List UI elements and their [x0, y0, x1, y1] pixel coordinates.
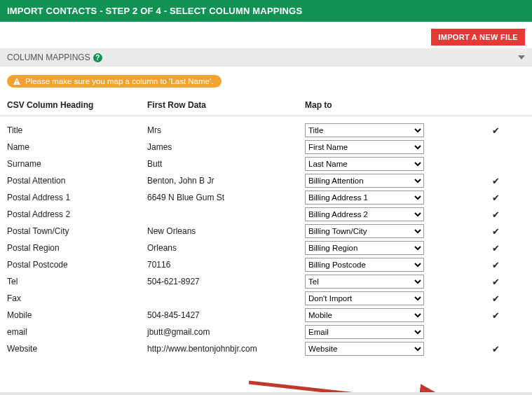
map-to-select[interactable]: Email	[305, 325, 424, 339]
csv-heading: Postal Address 2	[7, 209, 147, 219]
map-to-select[interactable]: First Name	[305, 140, 424, 154]
warning-icon	[13, 77, 21, 85]
check-icon: ✔	[492, 193, 500, 203]
table-header: CSV Column Heading First Row Data Map to	[0, 100, 532, 116]
csv-heading: Mobile	[7, 310, 147, 320]
warning-text: Please make sure you map a column to 'La…	[25, 77, 213, 85]
col-status	[466, 100, 525, 110]
map-to-select[interactable]: Billing Region	[305, 241, 424, 255]
mapping-row: Postal RegionOrleansBilling Region✔	[7, 240, 525, 256]
csv-heading: Website	[7, 344, 147, 354]
check-icon: ✔	[492, 176, 500, 186]
check-icon: ✔	[492, 293, 500, 304]
mapping-row: Postal Address 2Billing Address 2✔	[7, 206, 525, 223]
csv-heading: Postal Postcode	[7, 260, 147, 270]
mapping-row: FaxDon't Import✔	[7, 290, 525, 307]
check-icon: ✔	[492, 226, 500, 237]
map-to-select[interactable]: Last Name	[305, 157, 424, 171]
map-to-cell: Billing Address 1	[305, 190, 466, 205]
check-icon: ✔	[492, 260, 500, 270]
section-label: COLUMN MAPPINGS	[7, 53, 90, 62]
csv-heading: Tel	[7, 277, 147, 286]
map-to-cell: Title	[305, 123, 466, 137]
mapping-row: Tel504-621-8927Tel✔	[7, 273, 525, 290]
csv-heading: Postal Town/City	[7, 226, 147, 236]
status-check: ✔	[466, 193, 525, 203]
svg-rect-2	[16, 83, 17, 84]
map-to-cell: Billing Town/City	[305, 224, 466, 238]
col-csv-heading: CSV Column Heading	[7, 100, 147, 110]
map-to-cell: Tel	[305, 275, 466, 289]
csv-heading: Name	[7, 142, 147, 152]
first-row-value: http://www.bentonjohnbjr.com	[147, 344, 305, 354]
map-to-cell: Billing Region	[305, 241, 466, 255]
map-to-cell: Email	[305, 325, 466, 339]
check-icon: ✔	[492, 243, 500, 254]
csv-heading: email	[7, 327, 147, 337]
status-check: ✔	[466, 243, 525, 254]
status-check: ✔	[466, 176, 525, 186]
map-to-select[interactable]: Billing Address 1	[305, 190, 424, 205]
csv-heading: Postal Region	[7, 243, 147, 253]
map-to-cell: Billing Address 2	[305, 207, 466, 221]
map-to-select[interactable]: Title	[305, 123, 424, 137]
column-mappings-header[interactable]: COLUMN MAPPINGS ?	[0, 48, 532, 67]
status-check: ✔	[466, 344, 525, 354]
col-map-to: Map to	[305, 100, 466, 110]
status-check: ✔	[466, 226, 525, 237]
map-to-select[interactable]: Billing Address 2	[305, 207, 424, 221]
map-to-cell: Last Name	[305, 157, 466, 171]
csv-heading: Title	[7, 125, 147, 135]
first-row-value: 504-845-1427	[147, 310, 305, 320]
mapping-row: SurnameButtLast Name	[7, 155, 525, 172]
map-to-select[interactable]: Billing Town/City	[305, 224, 424, 238]
map-to-cell: Billing Attention	[305, 174, 466, 188]
import-new-file-button[interactable]: IMPORT A NEW FILE	[431, 29, 525, 46]
check-icon: ✔	[492, 125, 500, 136]
first-row-value: Orleans	[147, 243, 305, 253]
help-icon[interactable]: ?	[93, 53, 102, 62]
mapping-row: Postal AttentionBenton, John B JrBilling…	[7, 172, 525, 189]
mapping-row: Postal Address 16649 N Blue Gum StBillin…	[7, 189, 525, 206]
check-icon: ✔	[492, 277, 500, 287]
first-row-value: Butt	[147, 159, 305, 169]
map-to-select[interactable]: Billing Attention	[305, 174, 424, 188]
page-title-bar: IMPORT CONTACTS - STEP 2 OF 4 - SELECT C…	[0, 0, 532, 22]
col-first-row: First Row Data	[147, 100, 305, 110]
mapping-row: emailjbutt@gmail.comEmail	[7, 324, 525, 340]
map-to-select[interactable]: Billing Postcode	[305, 258, 424, 272]
mapping-row: NameJamesFirst Name	[7, 139, 525, 155]
first-row-value: 504-621-8927	[147, 277, 305, 286]
first-row-value: Benton, John B Jr	[147, 176, 305, 186]
status-check: ✔	[466, 310, 525, 321]
map-to-cell: Mobile	[305, 308, 466, 322]
map-to-select[interactable]: Website	[305, 342, 424, 356]
check-icon: ✔	[492, 310, 500, 321]
status-check: ✔	[466, 277, 525, 287]
svg-rect-1	[16, 80, 17, 83]
top-actions: IMPORT A NEW FILE	[0, 22, 532, 48]
status-check: ✔	[466, 125, 525, 136]
map-to-select[interactable]: Mobile	[305, 308, 424, 322]
map-to-cell: First Name	[305, 140, 466, 154]
mapping-rows: TitleMrsTitle✔NameJamesFirst NameSurname…	[0, 122, 532, 357]
footer-bar: SAVE AND CONTINUE	[0, 392, 532, 395]
mapping-row: Postal Postcode70116Billing Postcode✔	[7, 256, 525, 273]
warning-pill: Please make sure you map a column to 'La…	[7, 75, 221, 88]
map-to-select[interactable]: Tel	[305, 275, 424, 289]
map-to-cell: Don't Import	[305, 291, 466, 305]
mapping-row: Websitehttp://www.bentonjohnbjr.comWebsi…	[7, 340, 525, 357]
csv-heading: Postal Attention	[7, 176, 147, 186]
first-row-value: James	[147, 142, 305, 152]
map-to-cell: Website	[305, 342, 466, 356]
first-row-value: New Orleans	[147, 226, 305, 236]
map-to-cell: Billing Postcode	[305, 258, 466, 272]
csv-heading: Fax	[7, 293, 147, 303]
status-check: ✔	[466, 293, 525, 304]
first-row-value: jbutt@gmail.com	[147, 327, 305, 337]
mapping-row: Mobile504-845-1427Mobile✔	[7, 307, 525, 324]
map-to-select[interactable]: Don't Import	[305, 291, 424, 305]
csv-heading: Postal Address 1	[7, 193, 147, 202]
check-icon: ✔	[492, 209, 500, 220]
mapping-row: TitleMrsTitle✔	[7, 122, 525, 139]
